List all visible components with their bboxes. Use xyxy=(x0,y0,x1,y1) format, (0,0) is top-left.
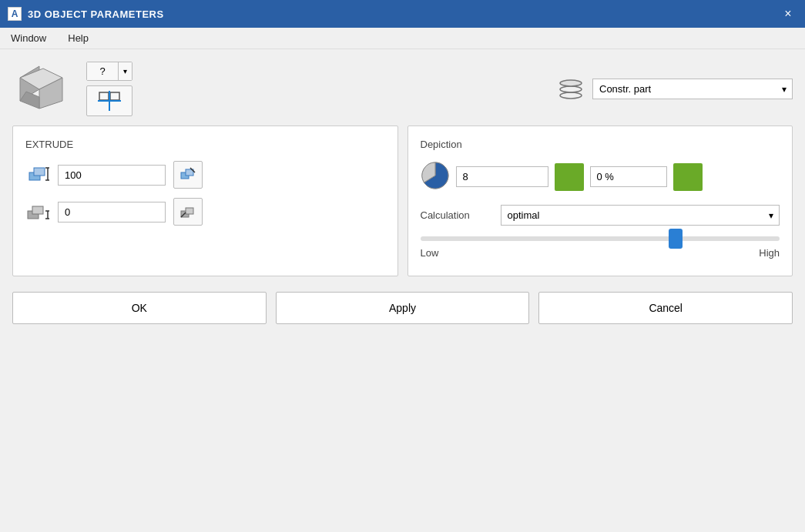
apply-button[interactable]: Apply xyxy=(276,292,530,324)
dialog-body: ? ▾ xyxy=(0,49,805,340)
question-dropdown[interactable]: ? ▾ xyxy=(86,62,132,81)
svg-point-9 xyxy=(560,86,582,92)
depiction-controls-row xyxy=(421,161,780,192)
svg-rect-20 xyxy=(32,206,43,214)
calculation-dropdown[interactable]: optimal fast precise xyxy=(501,205,780,226)
slider-track[interactable] xyxy=(421,236,780,241)
grid-align-button[interactable] xyxy=(86,85,132,116)
controls-column: ? ▾ xyxy=(86,62,132,116)
svg-rect-5 xyxy=(110,92,119,100)
menu-window[interactable]: Window xyxy=(6,31,51,45)
height-row xyxy=(25,161,385,189)
question-button[interactable]: ? xyxy=(87,62,118,80)
svg-rect-4 xyxy=(99,92,109,100)
main-panels: EXTRUDE xyxy=(12,125,793,276)
offset-action-button[interactable] xyxy=(173,198,203,226)
svg-point-8 xyxy=(560,92,582,99)
menu-bar: Window Help xyxy=(0,28,805,49)
layer-select-wrapper[interactable]: Constr. part Layer 1 Layer 2 xyxy=(592,79,793,99)
percent-input[interactable] xyxy=(590,166,667,187)
height-icon xyxy=(25,162,50,187)
layer-dropdown[interactable]: Constr. part Layer 1 Layer 2 xyxy=(592,79,793,99)
segments-action-button[interactable] xyxy=(555,163,584,191)
calculation-row: Calculation optimal fast precise xyxy=(421,205,780,226)
slider-labels: Low High xyxy=(421,247,780,259)
svg-point-10 xyxy=(560,80,582,86)
slider-thumb[interactable] xyxy=(669,229,683,249)
depiction-panel: Depiction xyxy=(408,125,793,276)
slider-low-label: Low xyxy=(421,247,439,259)
offset-input[interactable] xyxy=(58,202,166,223)
extrude-panel: EXTRUDE xyxy=(12,125,398,276)
svg-rect-25 xyxy=(186,208,193,214)
calculation-label: Calculation xyxy=(421,209,490,221)
menu-help[interactable]: Help xyxy=(63,31,93,45)
depiction-title: Depiction xyxy=(421,139,780,150)
dialog-title: 3D OBJECT PARAMETERS xyxy=(28,8,164,20)
layer-section: Constr. part Layer 1 Layer 2 xyxy=(475,74,793,104)
svg-rect-12 xyxy=(34,168,45,176)
offset-row xyxy=(25,198,385,226)
close-button[interactable]: × xyxy=(779,5,797,23)
segments-input[interactable] xyxy=(456,166,548,187)
height-input[interactable] xyxy=(58,165,166,186)
offset-icon xyxy=(25,199,50,224)
extrude-title: EXTRUDE xyxy=(25,139,385,150)
3d-object-icon xyxy=(12,62,74,116)
pie-chart-icon xyxy=(421,161,450,192)
app-icon: A xyxy=(8,7,22,21)
cancel-button[interactable]: Cancel xyxy=(538,292,793,324)
percent-action-button[interactable] xyxy=(673,163,703,191)
title-bar: A 3D OBJECT PARAMETERS × xyxy=(0,0,805,28)
height-action-button[interactable] xyxy=(173,161,203,189)
ok-button[interactable]: OK xyxy=(12,292,267,324)
slider-high-label: High xyxy=(759,247,780,259)
quality-slider-container: Low High xyxy=(421,236,780,259)
bottom-buttons: OK Apply Cancel xyxy=(12,286,793,327)
layer-icon xyxy=(557,74,585,104)
calculation-select-wrapper[interactable]: optimal fast precise xyxy=(501,205,780,226)
question-dropdown-arrow[interactable]: ▾ xyxy=(118,62,132,80)
top-section: ? ▾ xyxy=(12,62,793,116)
